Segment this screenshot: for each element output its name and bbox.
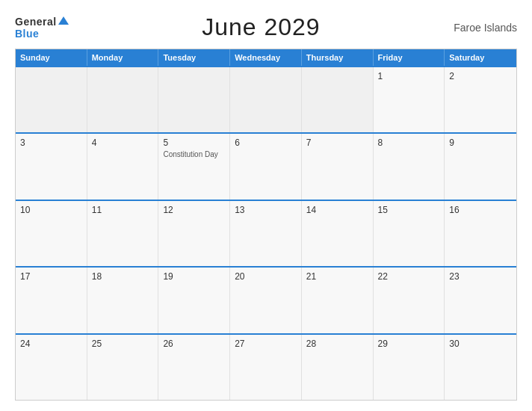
day-number: 22 <box>378 271 440 282</box>
day-number: 27 <box>235 339 297 349</box>
header-monday: Monday <box>87 49 159 66</box>
calendar-cell: 28 <box>302 335 374 400</box>
calendar-week-2: 345Constitution Day6789 <box>16 132 516 199</box>
day-number: 5 <box>163 137 225 148</box>
logo: General Blue <box>15 16 69 40</box>
calendar-cell: 1 <box>374 67 445 132</box>
logo-general-text: General <box>15 16 57 28</box>
day-number: 3 <box>20 137 82 148</box>
day-number: 25 <box>92 339 154 349</box>
day-number: 17 <box>20 271 82 282</box>
calendar-page: General Blue June 2029 Faroe Islands Sun… <box>0 0 532 411</box>
calendar-cell: 23 <box>445 268 516 333</box>
calendar-cell: 3 <box>16 134 87 199</box>
calendar-week-5: 24252627282930 <box>16 333 516 400</box>
day-number: 19 <box>163 271 225 282</box>
calendar-cell: 25 <box>87 335 159 400</box>
day-number: 4 <box>92 137 154 148</box>
day-number: 15 <box>378 205 440 215</box>
header-saturday: Saturday <box>445 49 516 66</box>
calendar-cell <box>158 67 230 132</box>
calendar-cell: 14 <box>302 201 374 266</box>
calendar-week-3: 10111213141516 <box>16 200 516 266</box>
day-number: 7 <box>306 137 368 148</box>
calendar-cell: 22 <box>374 268 445 333</box>
calendar-cell: 5Constitution Day <box>158 134 230 199</box>
calendar-cell: 16 <box>445 201 516 266</box>
calendar-cell: 12 <box>158 201 230 266</box>
day-number: 30 <box>449 339 512 349</box>
calendar-header-row: Sunday Monday Tuesday Wednesday Thursday… <box>16 49 516 66</box>
day-number: 13 <box>235 205 297 215</box>
calendar-cell: 24 <box>16 335 87 400</box>
day-number: 26 <box>163 339 225 349</box>
header-wednesday: Wednesday <box>230 49 302 66</box>
day-number: 12 <box>163 205 225 215</box>
day-number: 28 <box>306 339 368 349</box>
calendar-cell <box>16 67 87 132</box>
calendar-cell: 26 <box>158 335 230 400</box>
header-friday: Friday <box>374 49 445 66</box>
page-title: June 2029 <box>202 13 320 41</box>
day-number: 16 <box>449 205 512 215</box>
calendar-cell: 6 <box>230 134 302 199</box>
day-number: 1 <box>378 71 440 81</box>
event-label: Constitution Day <box>163 150 225 158</box>
day-number: 2 <box>449 71 512 81</box>
calendar-cell: 18 <box>87 268 159 333</box>
calendar-cell: 21 <box>302 268 374 333</box>
day-number: 10 <box>20 205 82 215</box>
day-number: 11 <box>92 205 154 215</box>
calendar-cell: 19 <box>158 268 230 333</box>
calendar-cell: 7 <box>302 134 374 199</box>
calendar-week-4: 17181920212223 <box>16 266 516 333</box>
header-tuesday: Tuesday <box>158 49 230 66</box>
calendar-cell: 29 <box>374 335 445 400</box>
logo-blue-text: Blue <box>15 28 39 40</box>
header-thursday: Thursday <box>302 49 374 66</box>
calendar-cell: 10 <box>16 201 87 266</box>
day-number: 18 <box>92 271 154 282</box>
calendar-cell: 20 <box>230 268 302 333</box>
region-label: Faroe Islands <box>454 22 517 34</box>
calendar-cell: 9 <box>445 134 516 199</box>
calendar-cell: 8 <box>374 134 445 199</box>
day-number: 29 <box>378 339 440 349</box>
calendar-week-1: 12 <box>16 66 516 132</box>
day-number: 23 <box>449 271 512 282</box>
day-number: 8 <box>378 137 440 148</box>
calendar-cell: 27 <box>230 335 302 400</box>
calendar-cell: 30 <box>445 335 516 400</box>
calendar-body: 12345Constitution Day6789101112131415161… <box>16 66 516 400</box>
page-header: General Blue June 2029 Faroe Islands <box>15 13 517 41</box>
calendar-cell: 2 <box>445 67 516 132</box>
day-number: 6 <box>235 137 297 148</box>
calendar-grid: Sunday Monday Tuesday Wednesday Thursday… <box>15 49 517 401</box>
logo-line1: General <box>15 16 69 28</box>
calendar-cell: 11 <box>87 201 159 266</box>
calendar-cell <box>302 67 374 132</box>
calendar-cell <box>230 67 302 132</box>
calendar-cell: 4 <box>87 134 159 199</box>
calendar-cell: 15 <box>374 201 445 266</box>
calendar-cell <box>87 67 159 132</box>
calendar-cell: 17 <box>16 268 87 333</box>
day-number: 21 <box>306 271 368 282</box>
logo-line2: Blue <box>15 28 69 40</box>
header-sunday: Sunday <box>16 49 87 66</box>
day-number: 24 <box>20 339 82 349</box>
calendar-cell: 13 <box>230 201 302 266</box>
day-number: 9 <box>449 137 512 148</box>
day-number: 14 <box>306 205 368 215</box>
logo-triangle-icon <box>58 16 69 25</box>
day-number: 20 <box>235 271 297 282</box>
